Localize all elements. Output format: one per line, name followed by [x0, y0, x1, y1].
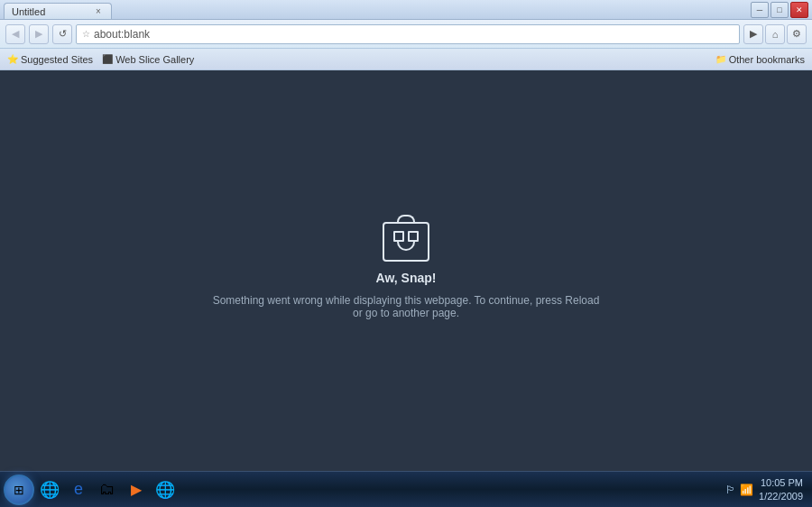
tray-icons: 🏳 📶 — [725, 484, 753, 496]
folder-taskbar-icon: 🗂 — [99, 480, 115, 499]
minimize-button[interactable]: ─ — [751, 2, 769, 18]
tools-icon: ⚙ — [792, 28, 801, 40]
other-bookmarks[interactable]: Other bookmarks — [729, 54, 805, 65]
title-bar: Untitled × ─ □ ✕ — [0, 0, 812, 20]
tools-button[interactable]: ⚙ — [787, 24, 807, 44]
forward-button[interactable]: ▶ — [29, 24, 49, 44]
taskbar-chrome-icon[interactable]: 🌐 — [36, 476, 63, 503]
error-icon — [383, 222, 429, 262]
reload-icon: ↺ — [59, 28, 67, 40]
bookmark-icon: ⭐ — [7, 54, 18, 64]
other-bookmarks-label: Other bookmarks — [729, 54, 805, 65]
web-slice-gallery-label: Web Slice Gallery — [115, 54, 194, 65]
clock-date: 1/22/2009 — [759, 490, 803, 502]
window-controls: ─ □ ✕ — [751, 2, 808, 18]
error-message: Something went wrong while displaying th… — [208, 294, 604, 319]
home-icon: ⌂ — [772, 29, 779, 40]
windows-logo: ⊞ — [14, 483, 24, 497]
start-button[interactable]: ⊞ — [4, 475, 34, 505]
tab-close-button[interactable]: × — [93, 6, 104, 17]
folder-icon: 📁 — [715, 54, 726, 64]
address-bar[interactable]: ☆ about:blank — [76, 24, 740, 44]
feed-icon: ▶ — [750, 28, 757, 40]
close-button[interactable]: ✕ — [790, 2, 808, 18]
taskbar-ie2-icon[interactable]: 🌐 — [152, 476, 179, 503]
error-container: Aw, Snap! Something went wrong while dis… — [208, 222, 604, 319]
nav-action-buttons: ▶ ⌂ ⚙ — [743, 24, 807, 44]
feed-button[interactable]: ▶ — [743, 24, 763, 44]
media-icon: ▶ — [131, 481, 142, 498]
briefcase-handle — [397, 215, 415, 224]
suggested-sites-bookmark[interactable]: ⭐ Suggested Sites — [7, 54, 93, 65]
tab-title: Untitled — [12, 6, 45, 17]
address-favicon: ☆ — [82, 29, 90, 39]
navigation-bar: ◀ ▶ ↺ ☆ about:blank ▶ ⌂ ⚙ — [0, 20, 812, 49]
back-icon: ◀ — [12, 28, 19, 40]
taskbar-media-icon[interactable]: ▶ — [123, 476, 150, 503]
browser-tab[interactable]: Untitled × — [4, 3, 112, 19]
back-button[interactable]: ◀ — [5, 24, 25, 44]
web-slice-icon: ⬛ — [102, 54, 113, 64]
bookmarks-bar: ⭐ Suggested Sites ⬛ Web Slice Gallery 📁 … — [0, 49, 812, 70]
taskbar-folder-icon[interactable]: 🗂 — [94, 476, 121, 503]
network-tray-icon: 📶 — [740, 484, 753, 496]
ie-icon: e — [74, 480, 83, 499]
ie2-icon: 🌐 — [155, 480, 175, 500]
chrome-icon: 🌐 — [40, 480, 60, 500]
system-tray: 🏳 📶 10:05 PM 1/22/2009 — [725, 476, 808, 502]
system-clock[interactable]: 10:05 PM 1/22/2009 — [759, 476, 803, 502]
sad-mouth — [397, 242, 415, 251]
forward-icon: ▶ — [35, 28, 42, 40]
taskbar-ie-icon[interactable]: e — [65, 476, 92, 503]
web-slice-gallery-bookmark[interactable]: ⬛ Web Slice Gallery — [102, 54, 194, 65]
reload-button[interactable]: ↺ — [52, 24, 72, 44]
clock-time: 10:05 PM — [759, 476, 803, 489]
maximize-button[interactable]: □ — [770, 2, 789, 18]
home-button[interactable]: ⌂ — [765, 24, 785, 44]
flag-tray-icon: 🏳 — [725, 484, 736, 496]
tab-area: Untitled × — [4, 0, 112, 19]
browser-content: Aw, Snap! Something went wrong while dis… — [0, 70, 812, 471]
address-url: about:blank — [94, 28, 150, 41]
suggested-sites-label: Suggested Sites — [21, 54, 93, 65]
error-title: Aw, Snap! — [376, 271, 437, 285]
taskbar: ⊞ 🌐 e 🗂 ▶ 🌐 🏳 📶 10:05 PM 1/22/2009 — [0, 471, 812, 507]
bookmarks-right: 📁 Other bookmarks — [715, 54, 805, 65]
